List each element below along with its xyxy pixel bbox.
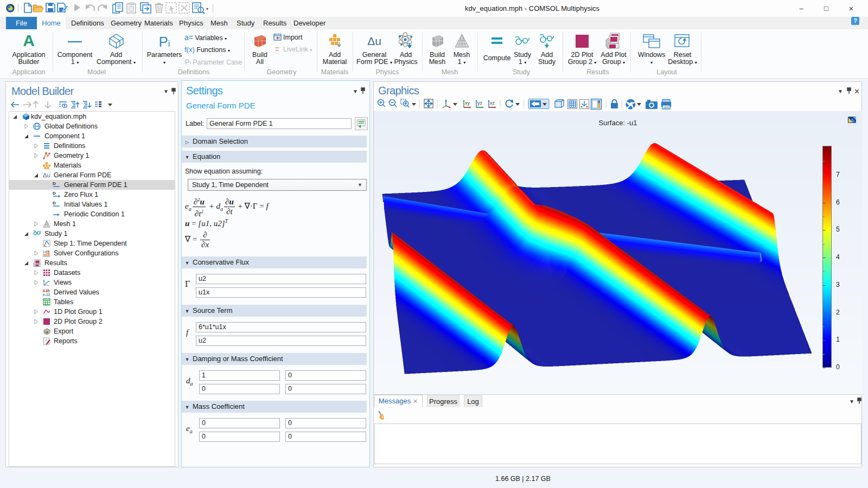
svg-text:xy: xy — [465, 100, 470, 106]
svg-text:8.85: 8.85 — [43, 289, 50, 293]
svg-text:xz: xz — [490, 100, 495, 106]
svg-text:e-12: e-12 — [43, 293, 50, 297]
svg-text:D: D — [53, 191, 56, 196]
svg-text:D: D — [53, 181, 56, 186]
svg-text:D: D — [53, 201, 56, 206]
svg-text:Δu: Δu — [43, 172, 50, 178]
svg-text:yz: yz — [477, 100, 483, 106]
